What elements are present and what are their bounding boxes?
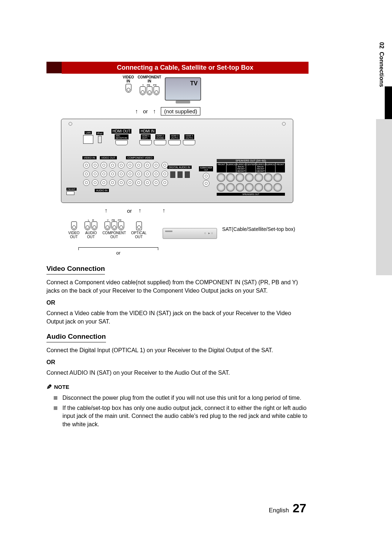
instruction-text: Video Connection Connect a Component vid… [46, 261, 309, 431]
video-in-block: VIDEOIN [123, 75, 134, 93]
section-header: Connecting a Cable, Satellite or Set-top… [62, 62, 309, 74]
video-p2: Connect a Video cable from the VIDEO IN … [46, 309, 309, 326]
arrow-up-icon: ↑ [138, 207, 141, 214]
component-out-block: Y PB PR COMPONENTOUT [102, 219, 126, 239]
video-in-label: VIDEOIN [123, 75, 134, 83]
speakers-out-label: SPEAKERS OUT [217, 193, 285, 196]
arrow-up-icon: ↑ [105, 207, 107, 214]
rca-grid [83, 162, 170, 187]
arrow-up-icon: ↑ [153, 108, 156, 115]
tab-marker-gray [376, 119, 392, 275]
hdmi-port: HDMI 4(AUTO) [183, 134, 195, 146]
cable-note-row: ↑ or ↑ (not supplied) [135, 107, 200, 115]
video-p1: Connect a Component video cable(not supp… [46, 278, 309, 295]
component-in-label: COMPONENTIN [138, 75, 161, 83]
or-word: OR [46, 358, 309, 366]
or-bracket: or [78, 247, 158, 256]
footer-lang: English [269, 507, 289, 514]
chapter-tab: 02 Connections [376, 36, 392, 119]
hdmi-port: HDMI 2(GAME) [154, 134, 166, 146]
speaker-title: SPEAKERS OUT (3/4~6Ω) [217, 159, 285, 162]
video-out-block: VIDEOOUT [68, 221, 79, 239]
hdmi-port: HDMI 3(AUTO) [168, 134, 181, 146]
or-text: or [127, 208, 132, 214]
page-number: 27 [293, 501, 306, 515]
note-label: NOTE [54, 383, 69, 391]
chapter-label: 02 Connections [376, 36, 385, 119]
pin-y: Y [142, 84, 144, 86]
note-item: Disconnect the power plug from the outle… [62, 394, 309, 402]
or-text: or [116, 250, 121, 256]
pin-pr: PR [153, 84, 157, 86]
tv-input-row: VIDEOIN COMPONENTIN Y PB PR [123, 75, 201, 101]
hdmi-out-port: ARC(MONITOR) [111, 134, 131, 146]
header-accent [46, 62, 62, 73]
receiver-rear-panel: LAN iPod HDMI OUT ARC(MONITOR) HDMI IN H… [61, 119, 293, 203]
subwoofer-out: SUBWOOFEROUT [199, 166, 213, 187]
not-supplied-label: (not supplied) [161, 107, 200, 115]
tv-label: TV [190, 80, 197, 87]
audio-out-block: L R AUDIOOUT [85, 219, 97, 239]
video-in-section-label: VIDEO IN [82, 156, 97, 159]
screw-icon [69, 122, 72, 126]
or-text: or [143, 108, 148, 114]
chapter-number: 02 [379, 42, 385, 49]
sat-box-label: SAT(Cable/Satellite/Set-top box) [222, 226, 295, 232]
rca-jack [154, 86, 159, 95]
rca-jack [147, 86, 152, 95]
video-out-section-label: VIDEO OUT [100, 156, 117, 159]
arrow-up-icon: ↑ [162, 207, 165, 214]
rca-jack [126, 84, 131, 93]
chapter-title: Connections [379, 52, 385, 87]
audio-p2: Connect AUDIO IN (SAT) on your Receiver … [46, 369, 309, 377]
note-item: If the cable/set-top box has only one au… [62, 404, 309, 428]
or-word: OR [46, 298, 309, 307]
pencil-icon: ✎ [46, 382, 52, 392]
note-block: ✎ NOTE Disconnect the power plug from th… [46, 382, 309, 429]
hdmi-port: HDMI 1(SAT) [139, 134, 152, 146]
arrow-up-icon: ↑ [135, 108, 138, 115]
component-section-label: COMPONENT VIDEO [126, 156, 154, 159]
lower-arrow-row: ↑ or ↑ ↑ [105, 207, 165, 214]
pin-pb: PB [147, 84, 150, 86]
audio-in-section-label: AUDIO IN [95, 189, 109, 192]
tab-marker-black [385, 86, 392, 119]
fm-ant-port: FM ANT [66, 187, 77, 195]
receiver-bottom-area: VIDEO IN VIDEO OUT COMPONENT VIDEO AUDIO… [65, 155, 289, 199]
optical-out-block: OPTICALOUT [131, 221, 147, 239]
note-list: Disconnect the power plug from the outle… [46, 394, 309, 429]
ipod-port: iPod [96, 132, 103, 143]
section-header-text: Connecting a Cable, Satellite or Set-top… [117, 64, 253, 71]
optical-ports [170, 171, 190, 178]
rca-jack [140, 86, 146, 95]
receiver-top-ports: LAN iPod HDMI OUT ARC(MONITOR) HDMI IN H… [83, 126, 271, 148]
component-in-block: COMPONENTIN Y PB PR [138, 75, 161, 95]
connection-diagram: VIDEOIN COMPONENTIN Y PB PR TV ↑ or ↑ (n… [46, 74, 309, 259]
set-top-box-icon [163, 228, 217, 239]
screw-icon [282, 122, 286, 126]
note-title: ✎ NOTE [46, 382, 309, 392]
lan-port: LAN [83, 131, 93, 144]
hdmi-out-label: HDMI OUT [111, 129, 131, 134]
speaker-terminals: SPEAKERS OUT (3/4~6Ω) FRONT SURROUND SUR… [217, 159, 285, 196]
audio-p1: Connect the Digital Input (OPTICAL 1) on… [46, 346, 309, 354]
digital-audio-section-label: DIGITAL AUDIO IN [167, 166, 192, 169]
hdmi-in-label: HDMI IN [139, 129, 155, 134]
audio-connection-heading: Audio Connection [46, 331, 106, 342]
video-connection-heading: Video Connection [46, 264, 105, 274]
page-footer: English 27 [269, 501, 306, 515]
sat-output-row: VIDEOOUT L R AUDIOOUT Y PB PR COMPONENTO… [68, 219, 295, 239]
